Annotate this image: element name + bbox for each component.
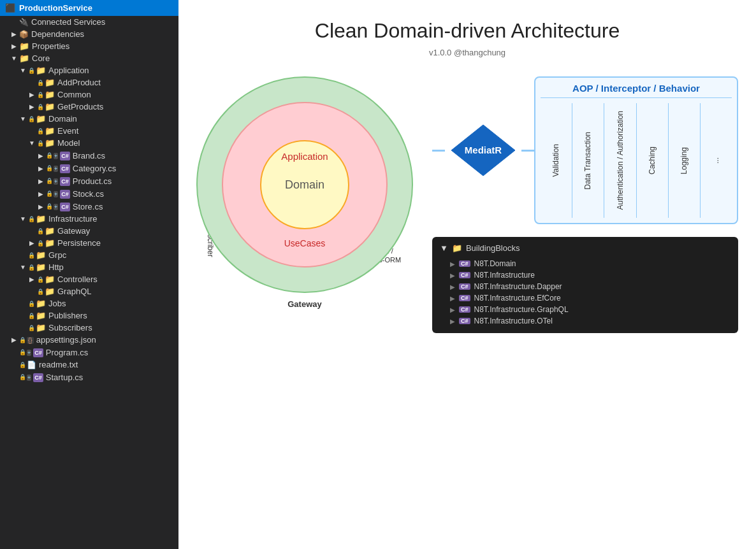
bb-item-label: N8T.Infrastructure.GraphQL [474,305,569,314]
aop-col-authentication-/-authorization: Authentication / Authorization [604,103,636,218]
building-blocks-title: BuildingBlocks [466,243,520,253]
tree-item-addproduct[interactable]: 🔒 📁 AddProduct [0,76,178,89]
item-label: Core [32,53,50,63]
file-tree: 🔌 Connected Services ▶ 📦 Dependencies ▶ … [0,16,178,383]
aop-title: AOP / Interceptor / Behavior [541,83,732,98]
item-icon: 🔌 [19,17,29,27]
item-label: Publishers [48,311,87,320]
building-blocks-items: ▶ C# N8T.Domain ▶ C# N8T.Infrastructure … [440,258,731,327]
item-icon: 📁 [45,126,55,136]
lock-icon: 🔒 [46,178,53,184]
diagram-subtitle: v1.0.0 @thangchung [204,48,731,57]
tree-item-subscribers[interactable]: 🔒 📁 Subscribers [0,322,178,334]
expand-arrow: ▶ [36,165,46,172]
tree-item-program-cs[interactable]: 🔒 +C# Program.cs [0,346,178,359]
expand-arrow: ▼ [18,264,28,271]
tree-item-event[interactable]: 🔒 📁 Event [0,125,178,137]
folder-icon: 📁 [36,250,46,260]
folder-icon: 📁 [36,311,46,320]
tree-item-model[interactable]: ▼ 🔒 📁 Model [0,137,178,149]
outer-circle: Application Domain UseCases [196,76,413,293]
item-label: Gateway [57,226,90,236]
tree-item-jobs[interactable]: 🔒 📁 Jobs [0,297,178,310]
item-icon: 📦 [19,29,29,39]
cs-icon: +C# [54,190,70,199]
tree-item-appsettings[interactable]: ▶ 🔒 {} appsettings.json [0,334,178,346]
tree-item-dependencies[interactable]: ▶ 📦 Dependencies [0,28,178,40]
tree-item-readme[interactable]: 🔒 📄 readme.txt [0,359,178,371]
folder-icon: 📁 [36,114,46,124]
folder-icon: 📁 [45,126,55,136]
aop-col-data-transaction: Data Transaction [572,103,604,218]
bb-cs-badge: C# [459,283,470,290]
tree-item-application[interactable]: ▼ 🔒 📁 Application [0,64,178,76]
tree-item-common[interactable]: ▶ 🔒 📁 Common [0,89,178,101]
tree-item-infrastructure[interactable]: ▼ 🔒 📁 Infrastructure [0,213,178,225]
tree-item-http[interactable]: ▼ 🔒 📁 Http [0,261,178,273]
tree-item-store-cs[interactable]: ▶ 🔒 +C# Store.cs [0,200,178,213]
item-label: Store.cs [73,202,103,211]
folder-icon: 📁 [36,214,46,224]
expand-arrow: ▶ [27,276,37,283]
bb-item-n8t-infrastructure-efcore: ▶ C# N8T.Infrastructure.EfCore [440,292,731,304]
lock-icon: 🔒 [19,337,26,343]
lock-icon: 🔒 [28,216,35,222]
tree-item-category-cs[interactable]: ▶ 🔒 +C# Category.cs [0,162,178,175]
lock-icon: 🔒 [37,240,44,246]
expand-arrow: ▼ [9,55,19,62]
tree-item-core[interactable]: ▼ 📁 Core [0,52,178,64]
tree-item-domain[interactable]: ▼ 🔒 📁 Domain [0,113,178,125]
item-icon: 📁 [36,323,46,332]
folder-icon: 📁 [45,102,55,111]
solution-title: ProductionService [19,3,92,13]
tree-item-gateway[interactable]: 🔒 📁 Gateway [0,225,178,237]
bb-expand-arrow: ▶ [450,260,455,267]
item-icon: 📁 [45,102,55,111]
lock-icon: 🔒 [37,228,44,234]
tree-item-connected-services[interactable]: 🔌 Connected Services [0,16,178,28]
tree-item-product-cs[interactable]: ▶ 🔒 +C# Product.cs [0,175,178,187]
expand-arrow: ▶ [27,103,37,110]
ref-icon: 📦 [19,30,29,39]
item-label: Http [48,262,64,272]
lock-icon: 🔒 [46,152,53,159]
item-label: Infrastructure [48,214,98,224]
lock-icon: 🔒 [37,276,44,283]
tree-item-brand-cs[interactable]: ▶ 🔒 +C# Brand.cs [0,149,178,162]
bb-item-label: N8T.Infrastructure.EfCore [474,294,561,303]
tree-item-getproducts[interactable]: ▶ 🔒 📁 GetProducts [0,101,178,113]
main-content: Clean Domain-driven Architecture v1.0.0 … [178,0,756,549]
usecases-label: UseCases [284,238,326,248]
solution-icon: ⬛ [5,3,15,13]
expand-arrow: ▶ [9,336,19,343]
item-label: appsettings.json [36,335,96,345]
expand-arrow: ▼ [18,215,28,222]
cs-icon: +C# [27,348,43,357]
item-icon: 📁 [45,226,55,236]
tree-item-controllers[interactable]: ▶ 🔒 📁 Controllers [0,273,178,285]
item-label: Controllers [57,274,98,284]
bb-cs-badge: C# [459,306,470,313]
tree-item-publishers[interactable]: 🔒 📁 Publishers [0,310,178,322]
item-icon: +C# [54,163,70,173]
aop-col-label: Logging [679,147,690,175]
item-label: AddProduct [57,78,101,87]
item-label: Persistence [57,238,101,248]
bb-item-n8t-domain: ▶ C# N8T.Domain [440,258,731,269]
lock-icon: 🔒 [28,313,35,319]
aop-col-...: ... [701,103,732,218]
folder-icon: 📁 [45,138,55,148]
building-blocks-panel: ▼ 📁 BuildingBlocks ▶ C# N8T.Domain ▶ C# … [432,237,738,333]
tree-item-grpc[interactable]: 🔒 📁 Grpc [0,249,178,261]
bb-cs-badge: C# [459,272,470,278]
tree-item-stock-cs[interactable]: ▶ 🔒 +C# Stock.cs [0,187,178,200]
bb-expand-arrow: ▶ [450,318,455,325]
tree-item-startup-cs[interactable]: 🔒 +C# Startup.cs [0,371,178,383]
tree-item-graphql[interactable]: 🔒 📁 GraphQL [0,285,178,297]
folder-icon: 📁 [45,274,55,284]
bb-item-label: N8T.Infrastructure [474,271,535,280]
tree-item-properties[interactable]: ▶ 📁 Properties [0,40,178,52]
lock-icon: 🔒 [28,68,35,74]
connected-icon: 🔌 [19,18,29,27]
tree-item-persistence[interactable]: ▶ 🔒 📁 Persistence [0,237,178,249]
